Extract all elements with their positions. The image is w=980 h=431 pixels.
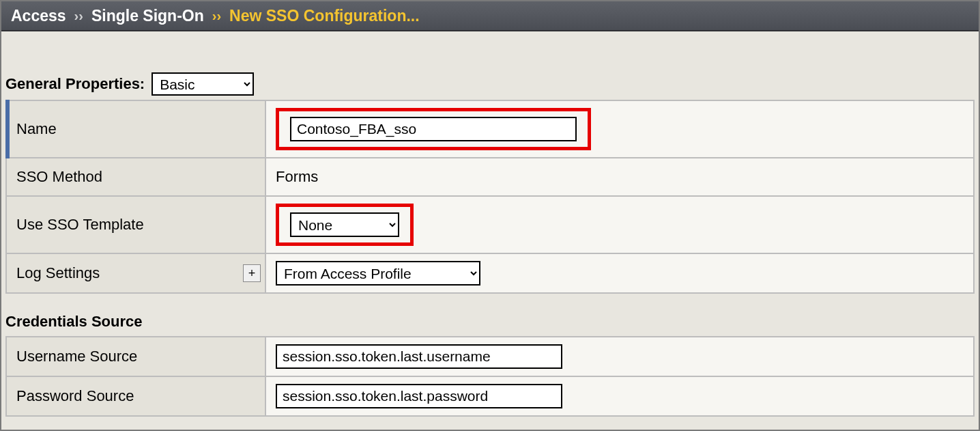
username-source-label: Username Source: [16, 348, 137, 365]
credentials-source-table: Username Source Password Source: [5, 336, 975, 417]
general-properties-title: General Properties:: [5, 75, 145, 93]
general-properties-table: Name SSO Method Forms Use SSO Template: [5, 100, 975, 294]
password-source-label: Password Source: [16, 387, 134, 404]
chevron-right-icon: ››: [212, 8, 221, 24]
sso-method-label: SSO Method: [16, 168, 102, 185]
password-source-input[interactable]: [276, 384, 562, 408]
highlight-box: [276, 108, 591, 150]
name-label: Name: [16, 120, 57, 137]
chevron-right-icon: ››: [74, 8, 83, 24]
add-log-setting-button[interactable]: +: [243, 264, 261, 282]
name-input[interactable]: [290, 117, 577, 141]
breadcrumb-item-sso[interactable]: Single Sign-On: [91, 7, 204, 25]
breadcrumb-item-access[interactable]: Access: [11, 7, 66, 25]
use-sso-template-select[interactable]: None: [290, 212, 399, 237]
username-source-input[interactable]: [276, 344, 562, 369]
breadcrumb-item-current: New SSO Configuration...: [229, 7, 420, 25]
breadcrumb: Access ›› Single Sign-On ›› New SSO Conf…: [1, 1, 979, 31]
log-settings-label: Log Settings: [16, 264, 100, 281]
active-row-indicator: [5, 100, 10, 158]
credentials-source-title: Credentials Source: [1, 294, 979, 336]
log-settings-select[interactable]: From Access Profile: [276, 261, 480, 286]
highlight-box: None: [276, 204, 414, 246]
use-sso-template-label: Use SSO Template: [16, 216, 144, 233]
view-mode-select[interactable]: Basic: [152, 72, 254, 96]
sso-method-value: Forms: [276, 168, 318, 185]
